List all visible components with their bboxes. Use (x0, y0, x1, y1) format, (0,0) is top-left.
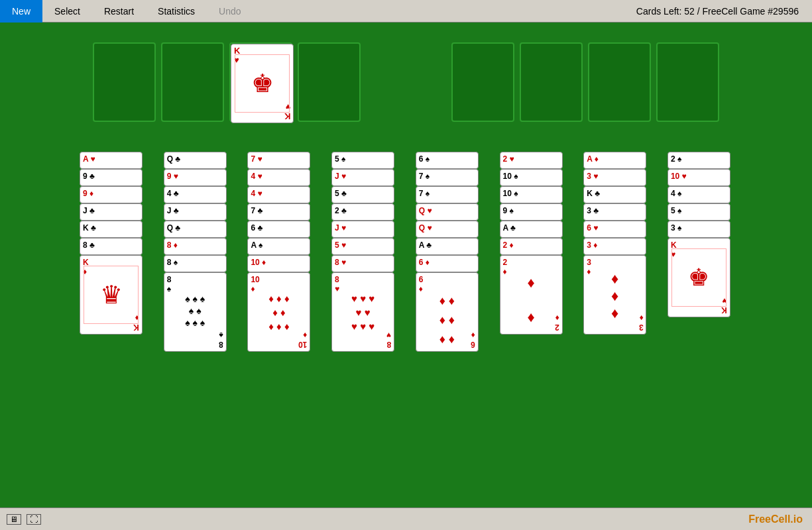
card[interactable]: K ♣ (80, 221, 143, 238)
card[interactable]: K ♣ (583, 186, 646, 203)
home-cells (451, 42, 719, 122)
card[interactable]: 7 ♥ (247, 152, 310, 169)
menu-statistics[interactable]: Statistics (146, 0, 207, 23)
free-cell-1[interactable] (93, 42, 156, 122)
card-king-diamonds[interactable]: K♦ K♦ ♛ (80, 255, 143, 335)
card[interactable]: 9 ♦ (80, 186, 143, 203)
card[interactable]: A ♥ (80, 152, 143, 169)
menu-select[interactable]: Select (42, 0, 92, 23)
card[interactable]: 7 ♠ (416, 186, 479, 203)
column-6: 2 ♥ 10 ♠ 10 ♠ 9 ♠ A ♣ 2 ♦ 2♦ 2♦ ♦♦ (500, 152, 565, 390)
card[interactable]: 3 ♦ (583, 238, 646, 255)
card[interactable]: Q ♣ (164, 221, 227, 238)
free-cells: K♥ K♥ ♚ (93, 42, 361, 122)
card[interactable]: 9 ♠ (500, 203, 563, 221)
home-cell-4[interactable] (656, 42, 719, 122)
card[interactable]: A ♣ (416, 238, 479, 255)
card[interactable]: 4 ♥ (247, 169, 310, 186)
free-cell-4[interactable] (298, 42, 361, 122)
column-1: A ♥ 9 ♣ 9 ♦ J ♣ K ♣ 8 ♣ K♦ K♦ ♛ (80, 152, 145, 390)
card[interactable]: 9 ♣ (80, 169, 143, 186)
card[interactable]: 8 ♦ (164, 238, 227, 255)
game-area: K♥ K♥ ♚ A ♥ 9 ♣ 9 ♦ J ♣ K ♣ 8 ♣ (0, 23, 812, 507)
card[interactable]: 4 ♣ (164, 186, 227, 203)
card[interactable]: 2 ♦ (500, 238, 563, 255)
card[interactable]: 7 ♣ (247, 203, 310, 221)
card[interactable]: 6 ♠ (416, 152, 479, 169)
card[interactable]: 10 ♦ (247, 255, 310, 272)
card-face: ♚ (235, 54, 290, 113)
menu-undo: Undo (207, 0, 253, 23)
monitor-icon[interactable]: 🖥 (7, 514, 21, 525)
card[interactable]: J ♣ (80, 203, 143, 221)
fullscreen-icon[interactable]: ⛶ (27, 514, 41, 525)
card[interactable]: 5 ♣ (331, 186, 394, 203)
home-cell-2[interactable] (520, 42, 583, 122)
card-3-diamonds[interactable]: 3♦ 3♦ ♦♦♦ (583, 255, 646, 335)
card[interactable]: 5 ♠ (667, 203, 730, 221)
card[interactable]: J ♣ (164, 203, 227, 221)
card[interactable]: 8 ♠ (164, 255, 227, 272)
card[interactable]: 2 ♣ (331, 203, 394, 221)
menu-bar: New Select Restart Statistics Undo Cards… (0, 0, 812, 23)
card-6-diamonds[interactable]: 6♦ 6♦ ♦ ♦♦ ♦♦ ♦ (416, 272, 479, 352)
home-cell-3[interactable] (588, 42, 651, 122)
card[interactable]: 9 ♥ (164, 169, 227, 186)
card[interactable]: 2 ♥ (500, 152, 563, 169)
card[interactable]: 6 ♦ (416, 255, 479, 272)
free-cell-3[interactable]: K♥ K♥ ♚ (229, 42, 292, 122)
card[interactable]: 8 ♣ (80, 238, 143, 255)
card[interactable]: A ♣ (500, 221, 563, 238)
card[interactable]: Q ♥ (416, 221, 479, 238)
card[interactable]: 6 ♥ (583, 221, 646, 238)
card[interactable]: 7 ♠ (416, 169, 479, 186)
card[interactable]: 3 ♣ (583, 203, 646, 221)
card[interactable]: 3 ♥ (583, 169, 646, 186)
card[interactable]: J ♥ (331, 169, 394, 186)
columns-area: A ♥ 9 ♣ 9 ♦ J ♣ K ♣ 8 ♣ K♦ K♦ ♛ Q ♣ 9 ♥ … (80, 152, 732, 403)
card[interactable]: 10 ♠ (500, 186, 563, 203)
card[interactable]: 5 ♠ (331, 152, 394, 169)
card-8-spades[interactable]: 8♠ 8♠ ♠ ♠ ♠♠ ♠♠ ♠ ♠ (164, 272, 227, 352)
card-2-diamonds[interactable]: 2♦ 2♦ ♦♦ (500, 255, 563, 335)
top-area: K♥ K♥ ♚ (93, 42, 719, 122)
card[interactable]: A ♦ (583, 152, 646, 169)
game-status: Cards Left: 52 / FreeCell Game #29596 (636, 6, 799, 17)
card[interactable]: 8 ♥ (331, 255, 394, 272)
card[interactable]: 4 ♥ (247, 186, 310, 203)
card-8-hearts[interactable]: 8♥ 8♥ ♥ ♥ ♥♥ ♥♥ ♥ ♥ (331, 272, 394, 352)
card-king-hearts-col[interactable]: K♥ K♥ ♚ (667, 238, 730, 317)
card[interactable]: A ♠ (247, 238, 310, 255)
menu-restart[interactable]: Restart (92, 0, 146, 23)
column-7: A ♦ 3 ♥ K ♣ 3 ♣ 6 ♥ 3 ♦ 3♦ 3♦ ♦♦♦ (583, 152, 648, 390)
card[interactable]: 4 ♠ (667, 186, 730, 203)
card[interactable]: 5 ♥ (331, 238, 394, 255)
column-2: Q ♣ 9 ♥ 4 ♣ J ♣ Q ♣ 8 ♦ 8 ♠ 8♠ 8♠ ♠ ♠ ♠♠… (164, 152, 229, 403)
column-5: 6 ♠ 7 ♠ 7 ♠ Q ♥ Q ♥ A ♣ 6 ♦ 6♦ 6♦ ♦ ♦♦ ♦… (416, 152, 481, 403)
bottom-bar: 🖥 ⛶ FreeCell.io (0, 507, 812, 530)
column-4: 5 ♠ J ♥ 5 ♣ 2 ♣ J ♥ 5 ♥ 8 ♥ 8♥ 8♥ ♥ ♥ ♥♥… (331, 152, 396, 403)
bottom-left-icons: 🖥 ⛶ (0, 514, 41, 525)
card[interactable]: J ♥ (331, 221, 394, 238)
card[interactable]: 10 ♠ (500, 169, 563, 186)
free-cell-2[interactable] (161, 42, 224, 122)
card[interactable]: 3 ♠ (667, 221, 730, 238)
column-8: 2 ♠ 10 ♥ 4 ♠ 5 ♠ 3 ♠ K♥ K♥ ♚ (667, 152, 732, 390)
menu-new[interactable]: New (0, 0, 42, 23)
card-king-hearts-free[interactable]: K♥ K♥ ♚ (231, 44, 294, 123)
card[interactable]: 6 ♣ (247, 221, 310, 238)
brand-label: FreeCell.io (748, 513, 812, 525)
column-3: 7 ♥ 4 ♥ 4 ♥ 7 ♣ 6 ♣ A ♠ 10 ♦ 10♦ 10♦ ♦ ♦… (247, 152, 312, 403)
home-cell-1[interactable] (451, 42, 514, 122)
card-10-diamonds[interactable]: 10♦ 10♦ ♦ ♦ ♦♦ ♦♦ ♦ ♦ (247, 272, 310, 352)
card[interactable]: Q ♥ (416, 203, 479, 221)
card[interactable]: 10 ♥ (667, 169, 730, 186)
card[interactable]: 2 ♠ (667, 152, 730, 169)
card[interactable]: Q ♣ (164, 152, 227, 169)
